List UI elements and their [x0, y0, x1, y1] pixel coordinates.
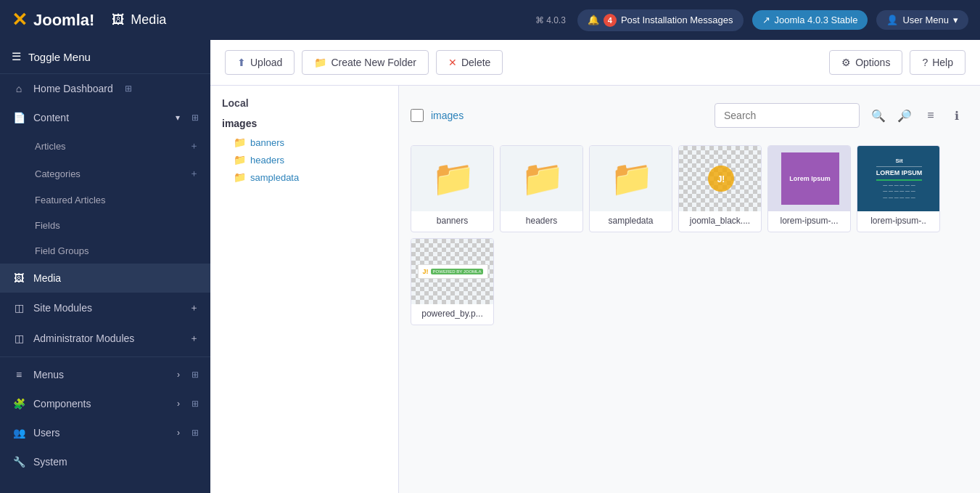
- logo: ✕ Joomla!: [12, 9, 94, 31]
- content-icon: 📄: [12, 112, 26, 123]
- tree-item-headers[interactable]: 📁 headers: [234, 151, 387, 168]
- help-icon: ?: [922, 57, 928, 68]
- media-layout: Local images 📁 banners 📁 headers 📁 sampl…: [210, 86, 980, 493]
- options-button[interactable]: ⚙ Options: [829, 50, 902, 75]
- banners-label: banners: [411, 211, 493, 232]
- svg-text:J!: J!: [717, 174, 725, 184]
- tree-item-sampledata[interactable]: 📁 sampledata: [234, 168, 387, 186]
- version-badge: ⌘ 4.0.3: [535, 15, 566, 25]
- content-area: ⬆ Upload 📁 Create New Folder ✕ Delete ⚙ …: [210, 40, 980, 493]
- sampledata-thumb: 📁: [590, 146, 672, 211]
- sidebar: ☰ Toggle Menu ⌂ Home Dashboard ⊞ 📄 Conte…: [0, 40, 210, 493]
- sidebar-item-content[interactable]: 📄 Content ▾ ⊞: [0, 103, 210, 132]
- help-button[interactable]: ? Help: [910, 50, 965, 75]
- media-breadcrumb[interactable]: images: [431, 110, 707, 121]
- users-icon: 👥: [12, 427, 26, 439]
- media-item-sampledata[interactable]: 📁 sampledata: [589, 145, 672, 232]
- admin-modules-icon: ◫: [12, 333, 26, 344]
- joomla-black-checkerboard: J!: [679, 146, 762, 211]
- tree-root[interactable]: images: [222, 118, 387, 129]
- sidebar-item-categories[interactable]: Categories ＋: [0, 160, 210, 187]
- users-chevron-icon: ›: [177, 428, 180, 438]
- media-toolbar-icons: 🔍 🔎 ≡ ℹ: [867, 104, 968, 127]
- zoom-in-icon[interactable]: 🔎: [893, 104, 916, 127]
- toggle-menu-button[interactable]: ☰ Toggle Menu: [0, 40, 210, 74]
- search-input[interactable]: [715, 103, 860, 128]
- media-grid: 📁 banners 📁 headers 📁: [411, 145, 968, 325]
- folder-icon: 📁: [314, 57, 326, 68]
- bell-icon: 🔔: [588, 15, 599, 25]
- admin-modules-add-icon: ＋: [189, 332, 199, 345]
- content-grid-icon: ⊞: [192, 113, 199, 123]
- menu-icon: ☰: [12, 50, 21, 63]
- select-all-checkbox[interactable]: [411, 109, 424, 122]
- joomla-logo-icon: ✕: [12, 9, 28, 31]
- sidebar-item-fields[interactable]: Fields: [0, 213, 210, 238]
- notification-badge: 4: [604, 14, 617, 27]
- headers-thumb: 📁: [501, 146, 583, 211]
- media-item-headers[interactable]: 📁 headers: [500, 145, 583, 232]
- content-submenu: Articles ＋ Categories ＋ Featured Article…: [0, 132, 210, 264]
- media-grid-area: images 🔍 🔎 ≡ ℹ 📁 banne: [399, 86, 980, 493]
- sampledata-label: sampledata: [590, 211, 672, 232]
- powered-by-thumb: J! POWERED BY JOOMLA: [411, 239, 494, 304]
- upload-button[interactable]: ⬆ Upload: [225, 50, 295, 75]
- media-icon: 🖼: [112, 12, 125, 28]
- lorem-ipsum-1-thumb: Lorem Ipsum: [768, 146, 851, 211]
- sidebar-item-home[interactable]: ⌂ Home Dashboard ⊞: [0, 74, 210, 103]
- sidebar-item-users[interactable]: 👥 Users › ⊞: [0, 418, 210, 447]
- sidebar-item-articles[interactable]: Articles ＋: [0, 132, 210, 160]
- lorem-ipsum-1-bg: Lorem Ipsum: [781, 152, 839, 205]
- headers-label: headers: [501, 211, 582, 232]
- info-icon[interactable]: ℹ: [945, 104, 968, 127]
- system-icon: 🔧: [12, 456, 26, 468]
- categories-add-icon: ＋: [189, 167, 199, 180]
- components-chevron-icon: ›: [177, 399, 180, 409]
- media-item-powered-by[interactable]: J! POWERED BY JOOMLA powered_by.p...: [411, 238, 494, 325]
- main-layout: ☰ Toggle Menu ⌂ Home Dashboard ⊞ 📄 Conte…: [0, 40, 980, 493]
- sidebar-item-admin-modules[interactable]: ◫ Administrator Modules ＋: [0, 323, 210, 354]
- delete-button[interactable]: ✕ Delete: [436, 50, 503, 75]
- sidebar-item-system[interactable]: 🔧 System: [0, 447, 210, 476]
- menus-icon: ≡: [12, 369, 26, 380]
- post-installation-button[interactable]: 🔔 4 Post Installation Messages: [577, 9, 744, 31]
- zoom-out-icon[interactable]: 🔍: [867, 104, 890, 127]
- sidebar-item-components[interactable]: 🧩 Components › ⊞: [0, 389, 210, 418]
- media-sidebar-panel: Local images 📁 banners 📁 headers 📁 sampl…: [210, 86, 399, 493]
- sidebar-item-media[interactable]: 🖼 Media: [0, 264, 210, 293]
- logo-text: Joomla!: [33, 11, 94, 30]
- site-modules-add-icon: ＋: [189, 301, 199, 314]
- media-nav-icon: 🖼: [12, 272, 26, 284]
- sidebar-item-menus[interactable]: ≡ Menus › ⊞: [0, 360, 210, 389]
- media-item-joomla-black[interactable]: J! joomla_black....: [678, 145, 762, 232]
- create-new-folder-button[interactable]: 📁 Create New Folder: [302, 50, 429, 75]
- sidebar-item-featured-articles[interactable]: Featured Articles: [0, 187, 210, 213]
- upload-icon: ⬆: [237, 57, 246, 68]
- tree-item-banners[interactable]: 📁 banners: [234, 134, 387, 151]
- joomla-black-label: joomla_black....: [679, 211, 761, 232]
- user-menu-button[interactable]: 👤 User Menu ▾: [876, 10, 968, 30]
- list-view-icon[interactable]: ≡: [919, 104, 942, 127]
- page-title: 🖼 Media: [112, 12, 166, 28]
- tree-folder-icon-banners: 📁: [234, 137, 246, 148]
- sidebar-item-field-groups[interactable]: Field Groups: [0, 238, 210, 264]
- folder-icon-sampledata: 📁: [610, 158, 654, 199]
- media-item-lorem-ipsum-2[interactable]: Sit LOREM IPSUM — — — — — — — — — — — — …: [857, 145, 940, 232]
- gear-icon: ⚙: [841, 57, 851, 68]
- banners-thumb: 📁: [411, 146, 494, 211]
- components-icon: 🧩: [12, 398, 26, 410]
- toolbar: ⬆ Upload 📁 Create New Folder ✕ Delete ⚙ …: [210, 40, 980, 86]
- sidebar-section-menus: ≡ Menus › ⊞: [0, 356, 210, 389]
- media-item-banners[interactable]: 📁 banners: [411, 145, 494, 232]
- site-modules-icon: ◫: [12, 302, 26, 314]
- home-grid-icon: ⊞: [125, 83, 132, 94]
- powered-by-label: powered_by.p...: [411, 304, 493, 325]
- media-item-lorem-ipsum-1[interactable]: Lorem Ipsum lorem-ipsum-...: [767, 145, 851, 232]
- joomla-black-thumb: J!: [679, 146, 762, 211]
- topbar: ✕ Joomla! 🖼 Media ⌘ 4.0.3 🔔 4 Post Insta…: [0, 0, 980, 40]
- joomla-stable-button[interactable]: ↗ Joomla 4.0.3 Stable: [752, 10, 868, 30]
- folder-icon-headers: 📁: [521, 158, 564, 199]
- local-title: Local: [222, 97, 387, 109]
- sidebar-item-site-modules[interactable]: ◫ Site Modules ＋: [0, 293, 210, 323]
- joomla-logo-svg: J!: [699, 160, 743, 197]
